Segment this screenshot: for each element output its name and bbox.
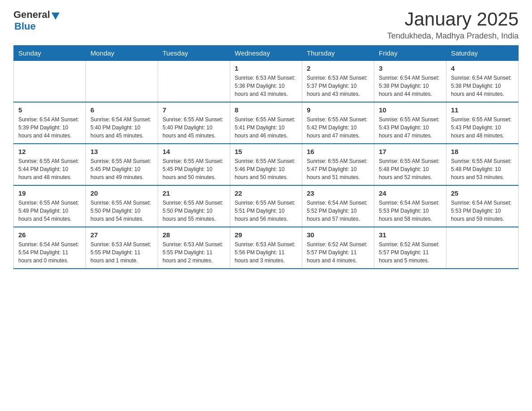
day-number: 23 — [307, 189, 369, 197]
calendar-cell: 24Sunrise: 6:54 AM Sunset: 5:53 PM Dayli… — [374, 185, 446, 227]
calendar-cell: 31Sunrise: 6:52 AM Sunset: 5:57 PM Dayli… — [374, 227, 446, 269]
day-number: 11 — [451, 106, 514, 114]
day-number: 19 — [18, 189, 81, 197]
logo: General Blue — [13, 9, 60, 32]
day-info: Sunrise: 6:55 AM Sunset: 5:42 PM Dayligh… — [307, 116, 369, 140]
calendar-cell: 9Sunrise: 6:55 AM Sunset: 5:42 PM Daylig… — [302, 102, 374, 144]
day-info: Sunrise: 6:54 AM Sunset: 5:54 PM Dayligh… — [18, 240, 81, 265]
day-number: 16 — [307, 148, 369, 155]
calendar-cell: 7Sunrise: 6:55 AM Sunset: 5:40 PM Daylig… — [158, 102, 230, 144]
calendar-cell: 17Sunrise: 6:55 AM Sunset: 5:48 PM Dayli… — [374, 144, 446, 185]
day-info: Sunrise: 6:55 AM Sunset: 5:44 PM Dayligh… — [18, 157, 81, 181]
day-info: Sunrise: 6:55 AM Sunset: 5:41 PM Dayligh… — [235, 116, 297, 140]
day-number: 8 — [235, 106, 297, 114]
col-saturday: Saturday — [446, 46, 519, 61]
calendar-cell: 10Sunrise: 6:55 AM Sunset: 5:43 PM Dayli… — [374, 102, 446, 144]
day-info: Sunrise: 6:53 AM Sunset: 5:37 PM Dayligh… — [307, 74, 369, 98]
week-row-4: 19Sunrise: 6:55 AM Sunset: 5:49 PM Dayli… — [14, 185, 519, 227]
day-number: 3 — [379, 64, 442, 72]
day-info: Sunrise: 6:54 AM Sunset: 5:38 PM Dayligh… — [379, 74, 442, 98]
calendar-cell: 6Sunrise: 6:54 AM Sunset: 5:40 PM Daylig… — [86, 102, 158, 144]
day-info: Sunrise: 6:55 AM Sunset: 5:48 PM Dayligh… — [451, 157, 514, 181]
day-info: Sunrise: 6:55 AM Sunset: 5:45 PM Dayligh… — [163, 157, 225, 181]
page-header: General Blue January 2025 Tendukheda, Ma… — [13, 9, 519, 41]
day-number: 7 — [163, 106, 225, 114]
calendar-cell: 29Sunrise: 6:53 AM Sunset: 5:56 PM Dayli… — [230, 227, 302, 269]
day-info: Sunrise: 6:55 AM Sunset: 5:50 PM Dayligh… — [163, 199, 225, 223]
day-info: Sunrise: 6:55 AM Sunset: 5:50 PM Dayligh… — [90, 199, 153, 223]
day-info: Sunrise: 6:54 AM Sunset: 5:53 PM Dayligh… — [451, 199, 514, 223]
week-row-5: 26Sunrise: 6:54 AM Sunset: 5:54 PM Dayli… — [14, 227, 519, 269]
day-number: 26 — [18, 231, 81, 239]
day-info: Sunrise: 6:54 AM Sunset: 5:38 PM Dayligh… — [451, 74, 514, 98]
calendar-cell: 11Sunrise: 6:55 AM Sunset: 5:43 PM Dayli… — [446, 102, 519, 144]
calendar-cell: 25Sunrise: 6:54 AM Sunset: 5:53 PM Dayli… — [446, 185, 519, 227]
day-info: Sunrise: 6:55 AM Sunset: 5:47 PM Dayligh… — [307, 157, 369, 181]
calendar-cell: 20Sunrise: 6:55 AM Sunset: 5:50 PM Dayli… — [86, 185, 158, 227]
day-number: 27 — [90, 231, 153, 239]
day-number: 31 — [379, 231, 442, 239]
day-number: 10 — [379, 106, 442, 114]
day-info: Sunrise: 6:54 AM Sunset: 5:40 PM Dayligh… — [90, 116, 153, 140]
day-number: 21 — [163, 189, 225, 197]
logo-triangle-icon — [51, 13, 60, 20]
day-number: 17 — [379, 148, 442, 155]
calendar-cell: 3Sunrise: 6:54 AM Sunset: 5:38 PM Daylig… — [374, 61, 446, 103]
calendar-cell: 8Sunrise: 6:55 AM Sunset: 5:41 PM Daylig… — [230, 102, 302, 144]
calendar-table: Sunday Monday Tuesday Wednesday Thursday… — [13, 45, 519, 269]
day-number: 1 — [235, 64, 297, 72]
col-monday: Monday — [86, 46, 158, 61]
day-number: 2 — [307, 64, 369, 72]
col-sunday: Sunday — [14, 46, 86, 61]
day-info: Sunrise: 6:54 AM Sunset: 5:39 PM Dayligh… — [18, 116, 81, 140]
day-info: Sunrise: 6:55 AM Sunset: 5:45 PM Dayligh… — [90, 157, 153, 181]
calendar-cell: 12Sunrise: 6:55 AM Sunset: 5:44 PM Dayli… — [14, 144, 86, 185]
calendar-cell: 1Sunrise: 6:53 AM Sunset: 5:36 PM Daylig… — [230, 61, 302, 103]
day-number: 24 — [379, 189, 442, 197]
day-info: Sunrise: 6:55 AM Sunset: 5:40 PM Dayligh… — [163, 116, 225, 140]
col-wednesday: Wednesday — [230, 46, 302, 61]
week-row-3: 12Sunrise: 6:55 AM Sunset: 5:44 PM Dayli… — [14, 144, 519, 185]
day-number: 9 — [307, 106, 369, 114]
logo-general-text: General — [13, 9, 50, 21]
month-title: January 2025 — [387, 9, 519, 30]
logo-blue-text: Blue — [14, 21, 36, 32]
calendar-cell: 16Sunrise: 6:55 AM Sunset: 5:47 PM Dayli… — [302, 144, 374, 185]
day-info: Sunrise: 6:55 AM Sunset: 5:43 PM Dayligh… — [379, 116, 442, 140]
day-info: Sunrise: 6:54 AM Sunset: 5:52 PM Dayligh… — [307, 199, 369, 223]
day-number: 13 — [90, 148, 153, 155]
day-info: Sunrise: 6:52 AM Sunset: 5:57 PM Dayligh… — [379, 240, 442, 265]
day-number: 22 — [235, 189, 297, 197]
day-number: 4 — [451, 64, 514, 72]
day-info: Sunrise: 6:53 AM Sunset: 5:36 PM Dayligh… — [235, 74, 297, 98]
location-title: Tendukheda, Madhya Pradesh, India — [387, 31, 519, 41]
col-friday: Friday — [374, 46, 446, 61]
day-number: 18 — [451, 148, 514, 155]
calendar-cell: 23Sunrise: 6:54 AM Sunset: 5:52 PM Dayli… — [302, 185, 374, 227]
day-info: Sunrise: 6:53 AM Sunset: 5:56 PM Dayligh… — [235, 240, 297, 265]
day-number: 30 — [307, 231, 369, 239]
day-info: Sunrise: 6:55 AM Sunset: 5:43 PM Dayligh… — [451, 116, 514, 140]
calendar-cell: 14Sunrise: 6:55 AM Sunset: 5:45 PM Dayli… — [158, 144, 230, 185]
day-number: 12 — [18, 148, 81, 155]
calendar-cell: 26Sunrise: 6:54 AM Sunset: 5:54 PM Dayli… — [14, 227, 86, 269]
calendar-cell — [158, 61, 230, 103]
calendar-body: 1Sunrise: 6:53 AM Sunset: 5:36 PM Daylig… — [14, 61, 519, 269]
week-row-2: 5Sunrise: 6:54 AM Sunset: 5:39 PM Daylig… — [14, 102, 519, 144]
day-info: Sunrise: 6:55 AM Sunset: 5:46 PM Dayligh… — [235, 157, 297, 181]
calendar-cell — [446, 227, 519, 269]
calendar-header: Sunday Monday Tuesday Wednesday Thursday… — [14, 46, 519, 61]
calendar-cell: 5Sunrise: 6:54 AM Sunset: 5:39 PM Daylig… — [14, 102, 86, 144]
day-number: 20 — [90, 189, 153, 197]
day-info: Sunrise: 6:53 AM Sunset: 5:55 PM Dayligh… — [163, 240, 225, 265]
day-number: 14 — [163, 148, 225, 155]
day-number: 6 — [90, 106, 153, 114]
calendar-cell: 21Sunrise: 6:55 AM Sunset: 5:50 PM Dayli… — [158, 185, 230, 227]
calendar-cell — [86, 61, 158, 103]
day-info: Sunrise: 6:55 AM Sunset: 5:51 PM Dayligh… — [235, 199, 297, 223]
calendar-cell: 2Sunrise: 6:53 AM Sunset: 5:37 PM Daylig… — [302, 61, 374, 103]
calendar-cell: 15Sunrise: 6:55 AM Sunset: 5:46 PM Dayli… — [230, 144, 302, 185]
header-row: Sunday Monday Tuesday Wednesday Thursday… — [14, 46, 519, 61]
calendar-cell: 4Sunrise: 6:54 AM Sunset: 5:38 PM Daylig… — [446, 61, 519, 103]
day-info: Sunrise: 6:55 AM Sunset: 5:49 PM Dayligh… — [18, 199, 81, 223]
